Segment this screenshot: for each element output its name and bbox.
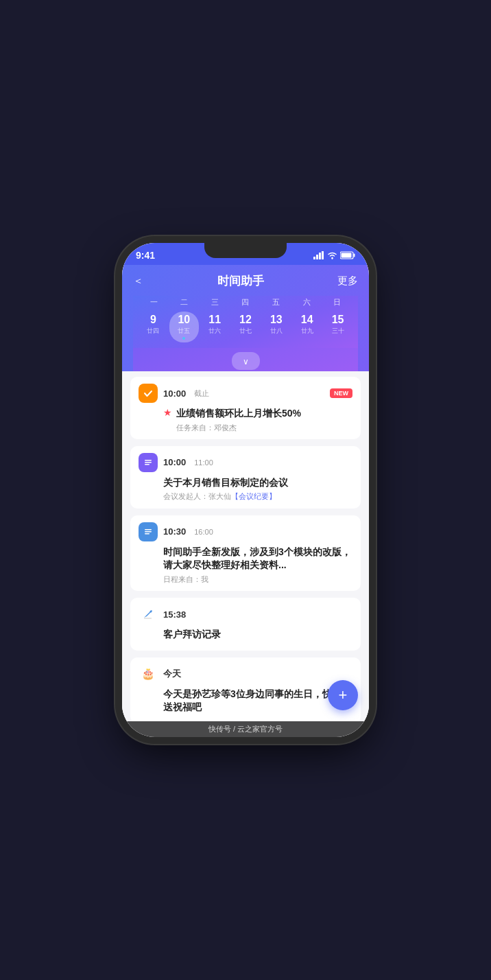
event-body-4: 客户拜访记录 [139,628,352,642]
date-num-15: 15 [332,314,344,325]
event-body-3: 时间助手全新发版，涉及到3个模块的改版，请大家尽快整理好相关资料... 日程来自… [139,546,352,584]
event-item-1[interactable]: 10:00 截止 NEW ★ 业绩销售额环比上月增长50% 任务来自：邓俊杰 [130,377,361,439]
date-lunar-10: 廿五 [178,327,190,336]
chevron-down-icon: ∨ [243,357,249,366]
calendar-dates: 9 廿四 10 廿五 11 廿六 [139,312,352,342]
svg-rect-7 [342,253,352,258]
nav-bar: ＜ 时间助手 更多 [133,270,358,296]
event-title-5: 今天是孙艺珍等3位身边同事的生日，快点击送祝福吧 [163,688,352,714]
event-item-3[interactable]: 10:30 16:00 时间助手全新发版，涉及到3个模块的改版，请大家尽快整理好… [130,515,361,591]
svg-rect-2 [319,253,321,259]
date-lunar-11: 廿六 [208,327,221,336]
svg-rect-15 [145,531,152,533]
date-cell-11[interactable]: 11 廿六 [200,312,230,342]
event-time-2: 10:00 [163,457,186,467]
date-num-12: 12 [239,314,252,325]
event-time-5: 今天 [163,668,181,680]
svg-point-4 [331,257,333,259]
week-days-row: 一 二 三 四 五 六 日 [139,296,352,309]
svg-rect-14 [145,529,152,530]
status-time: 9:41 [136,250,155,261]
event-header-1: 10:00 截止 NEW [139,384,352,403]
date-cell-12[interactable]: 12 廿七 [231,312,261,342]
event-item-5[interactable]: 🎂 今天 今天是孙艺珍等3位身边同事的生日，快点击送祝福吧 [130,657,361,721]
event-body-2: 关于本月销售目标制定的会议 会议发起人：张大仙【会议纪要】 [139,476,352,502]
weekday-thu: 四 [230,296,261,309]
phone-frame: 9:41 [122,243,369,737]
calendar-handle: ∨ [133,348,358,371]
event-subtitle-2: 会议发起人：张大仙【会议纪要】 [163,491,352,501]
schedule-icon [139,522,158,541]
meeting-icon [139,453,158,472]
back-button[interactable]: ＜ [133,275,143,288]
svg-rect-11 [145,462,152,463]
signal-icon [313,251,324,259]
event-subtitle-3: 日程来自：我 [163,574,352,584]
notch [204,243,287,258]
date-lunar-13: 廿八 [270,327,283,336]
date-cell-13[interactable]: 13 廿八 [261,312,291,342]
star-icon-1: ★ [163,407,172,418]
birthday-icon: 🎂 [139,664,158,684]
svg-point-18 [150,611,152,613]
new-badge-1: NEW [330,388,352,398]
content-area: 10:00 截止 NEW ★ 业绩销售额环比上月增长50% 任务来自：邓俊杰 [122,371,369,721]
event-subtitle-1: 任务来自：邓俊杰 [176,423,301,432]
date-cell-14[interactable]: 14 廿九 [292,312,322,342]
event-body-5: 今天是孙艺珍等3位身边同事的生日，快点击送祝福吧 [139,688,352,714]
date-num-9: 9 [150,314,156,325]
event-title-1: 业绩销售额环比上月增长50% [176,407,301,421]
date-lunar-12: 廿七 [239,327,252,336]
svg-rect-0 [313,257,315,259]
date-cell-15[interactable]: 15 三十 [323,312,352,342]
watermark: 快传号 / 云之家官方号 [122,721,369,737]
app-title: 时间助手 [217,273,264,289]
svg-rect-6 [354,254,355,257]
event-header-5: 🎂 今天 [139,664,352,684]
weekday-sat: 六 [291,296,322,309]
event-time-end-2: 11:00 [194,458,213,467]
svg-rect-12 [145,464,149,465]
svg-rect-16 [145,533,149,535]
date-cell-9[interactable]: 9 廿四 [139,312,168,342]
status-icons [313,251,355,259]
svg-rect-1 [316,255,318,259]
date-num-10: 10 [178,314,190,325]
event-header-2: 10:00 11:00 [139,453,352,472]
task-icon [139,384,158,403]
event-title-2: 关于本月销售目标制定的会议 [163,476,352,490]
battery-icon [340,251,355,259]
event-title-3: 时间助手全新发版，涉及到3个模块的改版，请大家尽快整理好相关资料... [163,546,352,572]
date-dot-10 [182,337,185,340]
weekday-wed: 三 [200,296,230,309]
date-num-14: 14 [301,314,313,325]
date-lunar-9: 廿四 [147,327,159,336]
more-button[interactable]: 更多 [337,275,358,288]
event-item-4[interactable]: 15:38 客户拜访记录 [130,598,361,651]
svg-rect-3 [322,251,324,259]
wifi-icon [327,251,337,259]
weekday-fri: 五 [261,296,291,309]
weekday-mon: 一 [139,296,169,309]
event-time-3: 10:30 [163,526,186,537]
note-icon [139,605,158,624]
date-num-13: 13 [270,314,283,325]
event-time-4: 15:38 [163,609,186,620]
weekday-sun: 日 [322,296,352,309]
date-num-11: 11 [208,314,221,325]
svg-rect-10 [145,460,152,461]
event-deadline-1: 截止 [194,388,209,399]
date-lunar-15: 三十 [332,327,344,336]
event-time-end-3: 16:00 [194,528,213,536]
event-header-3: 10:30 16:00 [139,522,352,541]
collapse-button[interactable]: ∨ [232,352,260,370]
calendar-section: 一 二 三 四 五 六 日 9 廿四 10 [133,296,358,348]
date-lunar-14: 廿九 [301,327,313,336]
fab-button[interactable]: + [328,680,358,710]
event-item-2[interactable]: 10:00 11:00 关于本月销售目标制定的会议 会议发起人：张大仙【会议纪要… [130,446,361,509]
phone-screen: 9:41 [122,243,369,737]
event-header-4: 15:38 [139,605,352,624]
date-cell-10[interactable]: 10 廿五 [169,312,199,342]
app-header: ＜ 时间助手 更多 一 二 三 四 五 六 日 9 [122,265,369,371]
event-time-1: 10:00 [163,388,186,399]
